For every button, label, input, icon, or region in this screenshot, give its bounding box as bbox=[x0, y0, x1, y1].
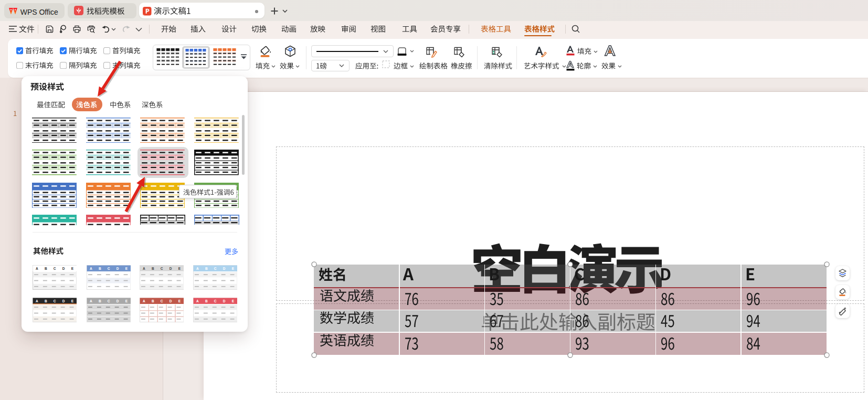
svg-text:A: A bbox=[143, 266, 145, 270]
svg-text:A: A bbox=[196, 266, 199, 270]
svg-text:B: B bbox=[205, 299, 208, 303]
svg-text:E: E bbox=[71, 266, 73, 270]
svg-text:D: D bbox=[223, 299, 225, 303]
svg-text:E: E bbox=[71, 299, 73, 303]
svg-text:B: B bbox=[152, 299, 154, 303]
svg-text:C: C bbox=[53, 299, 56, 303]
svg-text:C: C bbox=[53, 266, 56, 270]
svg-text:E: E bbox=[178, 266, 181, 270]
svg-text:C: C bbox=[107, 266, 110, 270]
svg-text:B: B bbox=[205, 266, 208, 270]
svg-text:B: B bbox=[44, 266, 47, 270]
svg-text:A: A bbox=[196, 299, 199, 303]
svg-text:D: D bbox=[223, 266, 225, 270]
svg-text:A: A bbox=[36, 299, 38, 303]
svg-text:D: D bbox=[116, 299, 119, 303]
svg-text:E: E bbox=[232, 266, 235, 270]
svg-text:D: D bbox=[170, 299, 172, 303]
svg-text:D: D bbox=[116, 266, 119, 270]
svg-text:E: E bbox=[125, 266, 128, 270]
svg-text:D: D bbox=[62, 266, 65, 270]
svg-text:A: A bbox=[90, 299, 92, 303]
svg-text:B: B bbox=[152, 266, 154, 270]
svg-text:C: C bbox=[107, 299, 110, 303]
svg-text:D: D bbox=[170, 266, 172, 270]
svg-text:E: E bbox=[178, 299, 181, 303]
svg-text:C: C bbox=[214, 266, 217, 270]
svg-text:A: A bbox=[90, 266, 92, 270]
svg-text:C: C bbox=[161, 266, 163, 270]
svg-text:C: C bbox=[214, 299, 217, 303]
svg-text:B: B bbox=[98, 266, 101, 270]
svg-text:B: B bbox=[44, 299, 47, 303]
svg-text:A: A bbox=[36, 266, 38, 270]
svg-text:E: E bbox=[125, 299, 128, 303]
svg-text:A: A bbox=[143, 299, 145, 303]
svg-text:D: D bbox=[62, 299, 65, 303]
svg-text:C: C bbox=[161, 299, 163, 303]
svg-text:B: B bbox=[98, 299, 101, 303]
svg-text:E: E bbox=[232, 299, 235, 303]
